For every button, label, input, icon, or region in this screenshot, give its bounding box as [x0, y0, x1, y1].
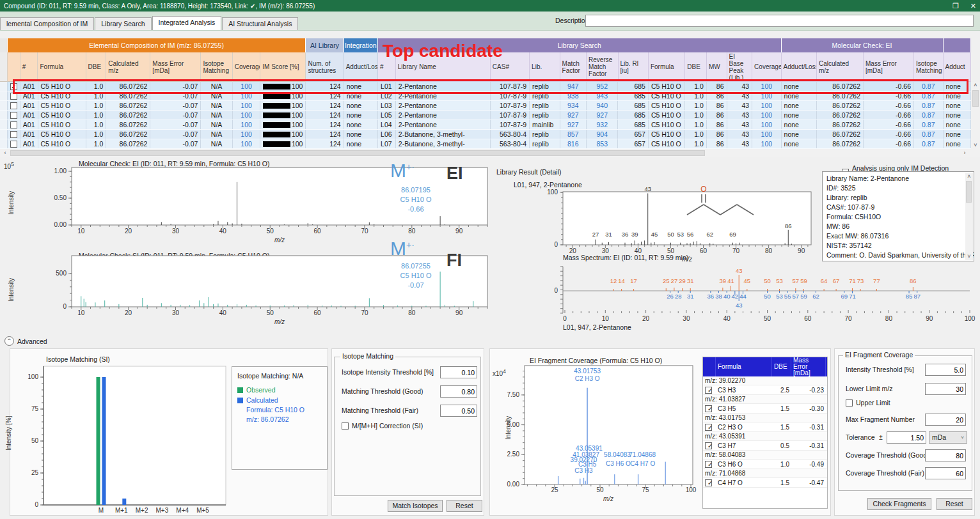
column-header-cb[interactable]	[8, 52, 20, 82]
tolerance-unit-dropdown[interactable]: mDa˅	[929, 431, 967, 444]
table-row[interactable]: A01C5 H10 O1.086.07262-0.07N/A100100124n…	[0, 101, 971, 111]
cell-cb[interactable]	[8, 111, 20, 120]
tab-integrated-analysis[interactable]: Integrated Analysis	[152, 16, 222, 30]
scrollbar-thumb[interactable]	[10, 150, 705, 156]
fragment-row[interactable]: ✓C3 H32.5-0.23	[703, 385, 827, 395]
tab-lemental-composition-of-im[interactable]: lemental Composition of IM	[0, 17, 94, 30]
row-checkbox[interactable]: ✓	[10, 83, 17, 90]
table-horizontal-scrollbar[interactable]: ‹ ›	[0, 149, 980, 157]
close-icon[interactable]: ✕	[970, 2, 976, 10]
column-header-cov[interactable]: Coverage	[233, 52, 261, 82]
check-fragments-button[interactable]: Check Fragments	[867, 498, 931, 510]
coverage-good-input[interactable]	[925, 449, 966, 461]
fragment-row[interactable]: ✓C4 H7 O1.5-0.47	[703, 478, 827, 488]
column-header-ldbe[interactable]: DBE	[685, 52, 707, 82]
cell-lib: replib	[530, 111, 560, 120]
library-result-label: Library Result (Detail)	[496, 168, 562, 176]
advanced-toggle-icon[interactable]: ⌃	[4, 336, 14, 346]
column-header-lib[interactable]: Lib.	[530, 52, 560, 82]
scroll-left-icon[interactable]: ‹	[1, 149, 9, 157]
table-vertical-scrollbar[interactable]: ˄ ˅	[971, 82, 980, 149]
cell-cb[interactable]	[8, 91, 20, 100]
tolerance-input[interactable]	[887, 431, 926, 444]
fragment-checkbox[interactable]: ✓	[705, 461, 712, 468]
cell-adduct: none	[344, 91, 378, 100]
fragment-row[interactable]: ✓C3 H6 O1.0-0.49	[703, 460, 827, 469]
table-row[interactable]: A01C5 H10 O1.086.07262-0.07N/A100100124n…	[0, 111, 971, 120]
column-header-ri[interactable]: Lib. RI [iu]	[619, 52, 649, 82]
row-checkbox[interactable]	[10, 112, 17, 119]
fragment-row[interactable]: ✓C2 H3 O1.5-0.31	[703, 422, 827, 432]
mh-correction-checkbox[interactable]	[342, 422, 349, 430]
matching-threshold-good-input[interactable]	[440, 385, 477, 398]
svg-text:73: 73	[857, 277, 864, 284]
fragment-checkbox[interactable]: ✓	[705, 479, 712, 486]
column-header-lcov[interactable]: Coverage	[752, 52, 781, 82]
table-row[interactable]: A01C5 H10 O1.086.07262-0.07N/A100100124n…	[0, 91, 971, 101]
intensity-threshold-input[interactable]	[925, 364, 966, 376]
column-header-mciso[interactable]: Isotope Matching	[914, 52, 943, 82]
max-fragment-input[interactable]	[925, 414, 966, 426]
cell-cb[interactable]	[8, 101, 20, 110]
cell-cb[interactable]	[8, 130, 20, 139]
column-header-calc[interactable]: Calculated m/z	[106, 52, 150, 82]
match-isotopes-button[interactable]: Match Isotopes	[388, 500, 443, 512]
library-info-box: Library Name: 2-PentanoneID#: 3525Librar…	[822, 171, 974, 261]
table-row[interactable]: A01C5 H10 O1.086.07262-0.07N/A100100124n…	[0, 120, 971, 130]
fragment-checkbox[interactable]: ✓	[705, 387, 712, 394]
table-row[interactable]: A01C5 H10 O1.086.07262-0.07N/A100100124n…	[0, 130, 971, 139]
cell-cb[interactable]	[8, 120, 20, 129]
matching-threshold-fair-input[interactable]	[440, 405, 477, 417]
column-header-adduct[interactable]: Adduct/Loss	[344, 52, 378, 82]
row-checkbox[interactable]	[10, 93, 17, 100]
isotope-intensity-threshold-input[interactable]	[440, 366, 477, 378]
column-header-rmatch[interactable]: Reverse Match Factor	[587, 52, 618, 82]
column-header-mcadduct[interactable]: Adduct/Loss	[782, 52, 817, 82]
scroll-down-icon[interactable]: ˅	[971, 142, 980, 149]
fragment-row[interactable]: ✓C3 H51.5-0.30	[703, 404, 827, 414]
column-header-merr[interactable]: Mass Error [mDa]	[150, 52, 201, 82]
column-header-score[interactable]: IM Score [%]	[260, 52, 306, 82]
scroll-right-icon[interactable]: ›	[961, 149, 968, 157]
column-header-mccalc[interactable]: Calculated m/z	[817, 52, 864, 82]
tab-ai-structural-analysis[interactable]: AI Structural Analysis	[222, 17, 298, 30]
column-header-base[interactable]: EI Base Peak (Lib.)	[727, 52, 753, 82]
fragment-checkbox[interactable]: ✓	[705, 424, 712, 431]
fragment-checkbox[interactable]: ✓	[705, 442, 712, 449]
scroll-up-icon[interactable]: ˄	[971, 82, 980, 89]
column-header-mcerr[interactable]: Mass Error [mDa]	[864, 52, 914, 82]
column-header-iso[interactable]: Isotope Matching	[201, 52, 232, 82]
column-header-anum[interactable]: #	[20, 52, 38, 82]
table-row[interactable]: ✓A01C5 H10 O1.086.07262-0.07N/A100100124…	[0, 82, 971, 91]
scrollbar-thumb[interactable]	[966, 181, 972, 203]
row-checkbox[interactable]	[10, 141, 17, 148]
scroll-up-icon[interactable]: ˄	[965, 173, 973, 180]
column-header-mw[interactable]: MW	[707, 52, 727, 82]
scrollbar-thumb[interactable]	[972, 90, 979, 107]
fragment-cell: -0.49	[791, 461, 826, 468]
column-header-lformula[interactable]: Formula	[649, 52, 685, 82]
cell-cb[interactable]: ✓	[8, 82, 20, 91]
column-header-nstruct[interactable]: Num. of structures	[306, 52, 344, 82]
fragment-checkbox[interactable]: ✓	[705, 405, 712, 412]
info-scrollbar[interactable]: ˄ ˅	[965, 173, 973, 260]
fragment-row[interactable]: ✓C3 H70.5-0.31	[703, 441, 827, 451]
column-header-formula[interactable]: Formula	[38, 52, 86, 82]
column-header-adduct2[interactable]: Adduct	[944, 52, 972, 82]
coverage-fair-input[interactable]	[925, 467, 966, 479]
lower-limit-input[interactable]	[925, 383, 966, 395]
isotope-reset-button[interactable]: Reset	[447, 500, 482, 512]
column-header-match[interactable]: Match Factor	[560, 52, 587, 82]
tab-library-search[interactable]: Library Search	[95, 17, 151, 30]
description-input[interactable]	[585, 15, 974, 27]
table-row[interactable]: A01C5 H10 O1.086.07262-0.07N/A100100124n…	[0, 139, 971, 149]
cell-cb[interactable]	[8, 139, 20, 148]
row-checkbox[interactable]	[10, 102, 17, 109]
restore-icon[interactable]: ❐	[952, 2, 959, 10]
fragment-reset-button[interactable]: Reset	[937, 498, 972, 510]
row-checkbox[interactable]	[10, 131, 17, 138]
column-header-dbe[interactable]: DBE	[86, 52, 107, 82]
row-checkbox[interactable]	[10, 121, 17, 128]
column-header-sel[interactable]	[0, 52, 8, 82]
upper-limit-checkbox[interactable]	[846, 399, 853, 407]
